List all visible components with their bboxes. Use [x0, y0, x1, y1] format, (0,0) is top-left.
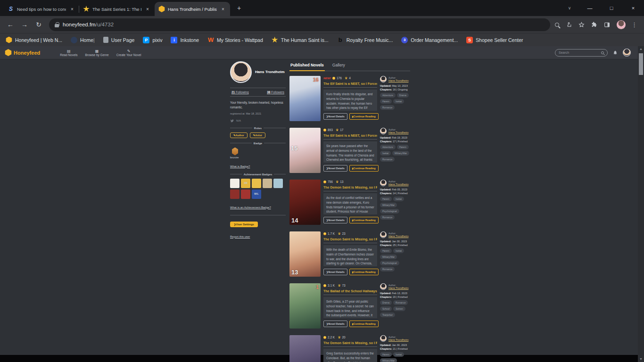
browser-tab[interactable]: S Need tips on how to concentrate ×: [4, 2, 79, 16]
notifications-bell-icon[interactable]: [613, 49, 618, 57]
scroll-down-icon[interactable]: ▼: [639, 356, 643, 362]
user-avatar[interactable]: [623, 49, 631, 57]
followers-link[interactable]: 38 Followers: [267, 90, 284, 94]
continue-reading-button[interactable]: Continue Reading: [349, 113, 379, 120]
bookmark-star-icon[interactable]: [578, 22, 585, 28]
genre-tag[interactable]: Psychological: [380, 261, 399, 265]
genre-tag[interactable]: Harem: [380, 352, 392, 357]
new-tab-button[interactable]: +: [233, 2, 245, 14]
honeyfeed-logo[interactable]: Honeyfeed: [5, 49, 40, 56]
address-bar[interactable]: honeyfeed.fm/u/4732: [49, 18, 550, 31]
bookmark-item[interactable]: Home |: [71, 37, 95, 43]
browser-tab[interactable]: Hans Trondheim / Published Nov ×: [155, 2, 230, 16]
continue-reading-button[interactable]: Continue Reading: [349, 321, 379, 327]
bookmark-item[interactable]: P pixiv: [143, 37, 162, 43]
minimize-button[interactable]: —: [579, 0, 601, 16]
genre-tag[interactable]: Adventure: [380, 145, 396, 149]
bookmark-item[interactable]: S Shopee Seller Center: [466, 37, 523, 43]
bookmark-item[interactable]: W My Stories - Wattpad: [207, 37, 263, 43]
genre-tag[interactable]: Military/War: [380, 203, 397, 207]
site-nav-item[interactable]: ✎ Create Your Novel: [116, 49, 141, 57]
novel-cover[interactable]: 15: [289, 128, 321, 173]
novel-title-link[interactable]: The Elf Saint is a NEET, so I Forced Her…: [323, 80, 377, 88]
author-name-link[interactable]: Hans Trondheim: [388, 338, 409, 341]
author-avatar[interactable]: [380, 128, 387, 134]
browser-tab[interactable]: The Saint Series 1: The Human Sa ×: [79, 2, 155, 16]
novel-details-button[interactable]: Novel Details: [323, 269, 347, 275]
genre-tag[interactable]: Drama: [380, 300, 392, 305]
genre-tag[interactable]: Adventure: [380, 93, 396, 98]
novel-details-button[interactable]: Novel Details: [323, 321, 347, 327]
genre-tag[interactable]: Romance: [380, 105, 395, 110]
side-panel-icon[interactable]: [604, 22, 610, 28]
following-link[interactable]: 21 Following: [231, 90, 249, 94]
genre-tag[interactable]: Isekai: [393, 352, 404, 357]
reload-button[interactable]: ↻: [32, 18, 45, 31]
author-name-link[interactable]: Hans Trondheim: [388, 131, 409, 134]
novel-title-link[interactable]: The Demon Saint is Missing, so I Ran to …: [323, 236, 377, 243]
genre-tag[interactable]: Romance: [380, 157, 395, 162]
genre-tag[interactable]: School: [380, 306, 392, 311]
continue-reading-button[interactable]: Continue Reading: [349, 165, 379, 172]
author-avatar[interactable]: [380, 231, 387, 238]
share-icon[interactable]: [566, 22, 572, 28]
novel-cover[interactable]: 14: [289, 180, 321, 225]
scroll-up-icon[interactable]: ▲: [639, 46, 643, 52]
genre-tag[interactable]: Isekai: [393, 99, 404, 104]
genre-tag[interactable]: Military/War: [392, 151, 409, 156]
genre-tag[interactable]: Romance: [393, 300, 408, 305]
novel-details-button[interactable]: Novel Details: [323, 113, 347, 120]
genre-tag[interactable]: Harem: [380, 197, 392, 201]
genre-tag[interactable]: Harem: [380, 99, 392, 104]
zoom-icon[interactable]: [555, 23, 559, 27]
site-search[interactable]: [555, 49, 608, 57]
novel-title-link[interactable]: The Ballad of the School Hallways: [323, 288, 377, 295]
browser-menu-icon[interactable]: ⋮: [628, 21, 640, 28]
novel-details-button[interactable]: Novel Details: [323, 217, 347, 223]
site-nav-item[interactable]: ▦ Browse by Genre: [85, 49, 108, 57]
genre-tag[interactable]: Harem: [397, 145, 409, 149]
genre-tag[interactable]: Isekai: [380, 151, 391, 156]
novel-title-link[interactable]: The Demon Saint is Missing, so I Ran to …: [323, 184, 377, 191]
bookmark-item[interactable]: The Human Saint is...: [272, 37, 329, 43]
novel-cover[interactable]: 16: [289, 76, 321, 121]
user-settings-button[interactable]: User Settings: [230, 222, 258, 227]
what-is-badge-link[interactable]: What is Badge?: [230, 165, 250, 168]
bookmark-item[interactable]: 3 Order Management...: [401, 37, 458, 43]
bookmark-item[interactable]: Honeyfeed | Web N...: [6, 37, 62, 43]
genre-tag[interactable]: Military/War: [380, 255, 397, 259]
bookmark-item[interactable]: b Royalty Free Music...: [337, 37, 393, 43]
genre-tag[interactable]: Psychological: [380, 209, 399, 214]
tab-search-chevron-icon[interactable]: ∨: [560, 0, 579, 16]
browser-profile-avatar[interactable]: [617, 20, 626, 29]
author-avatar[interactable]: [380, 76, 387, 82]
genre-tag[interactable]: Harem: [380, 248, 392, 253]
novel-cover[interactable]: 13: [289, 231, 321, 277]
page-scrollbar[interactable]: ▲ ▼: [638, 46, 644, 362]
author-name-link[interactable]: Hans Trondheim: [388, 235, 409, 238]
scrollbar-thumb[interactable]: [639, 53, 643, 75]
tab-close-icon[interactable]: ×: [69, 6, 75, 12]
genre-tag[interactable]: Tearjerker: [380, 313, 395, 317]
genre-tag[interactable]: Romance: [380, 215, 395, 220]
continue-reading-button[interactable]: Continue Reading: [349, 269, 379, 275]
lock-icon[interactable]: [55, 22, 59, 27]
close-window-button[interactable]: ×: [622, 0, 644, 16]
genre-tag[interactable]: Isekai: [393, 197, 404, 201]
novel-details-button[interactable]: Novel Details: [323, 165, 347, 172]
bookmark-item[interactable]: i Inkstone: [171, 37, 199, 43]
back-button[interactable]: ←: [4, 18, 17, 31]
genre-tag[interactable]: Seinen: [393, 306, 405, 311]
author-avatar[interactable]: [380, 180, 387, 186]
genre-tag[interactable]: Military/War: [380, 358, 397, 362]
extensions-puzzle-icon[interactable]: [591, 22, 597, 28]
genre-tag[interactable]: Isekai: [393, 248, 404, 253]
novel-title-link[interactable]: The Demon Saint is Missing, so I Ran to …: [323, 339, 377, 347]
continue-reading-button[interactable]: Continue Reading: [349, 217, 379, 223]
novel-cover[interactable]: 1: [289, 283, 321, 329]
report-user-link[interactable]: Report this user: [230, 235, 250, 238]
genre-tag[interactable]: Romance: [380, 267, 395, 272]
forward-button[interactable]: →: [18, 18, 31, 31]
genre-tag[interactable]: Drama: [397, 93, 409, 98]
maximize-button[interactable]: □: [601, 0, 622, 16]
